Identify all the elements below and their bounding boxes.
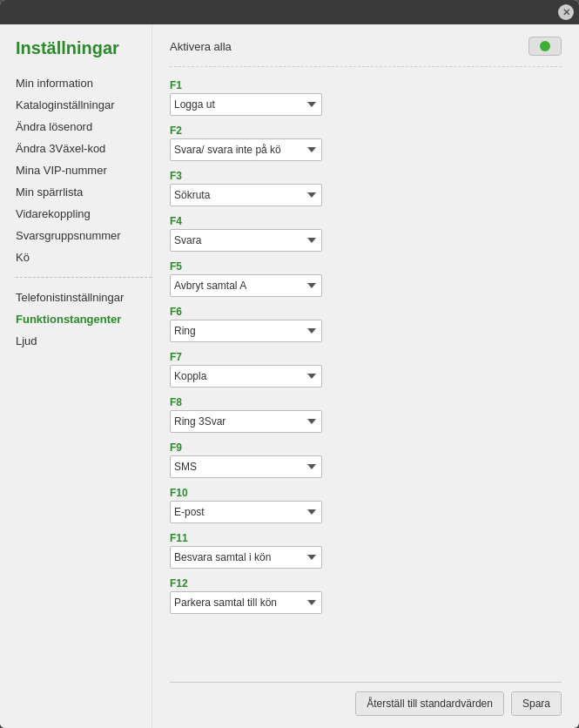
- toggle-indicator: [540, 41, 550, 51]
- footer-row: Återställ till standardvärden Spara: [170, 682, 562, 716]
- sidebar-item-vip[interactable]: Mina VIP-nummer: [16, 159, 151, 181]
- title-bar: ✕: [0, 0, 579, 24]
- fn-group-f8: F8 Ring 3Svar: [170, 396, 562, 433]
- sidebar: Inställningar Min information Katalogins…: [0, 24, 152, 728]
- fn-label-f4: F4: [170, 215, 562, 227]
- sidebar-item-loesenord[interactable]: Ändra lösenord: [16, 116, 151, 138]
- fn-select-f1[interactable]: Logga ut: [170, 93, 322, 116]
- fn-label-f6: F6: [170, 306, 562, 318]
- fn-group-f11: F11 Besvara samtal i kön: [170, 532, 562, 569]
- fn-group-f2: F2 Svara/ svara inte på kö: [170, 125, 562, 161]
- fn-select-f12[interactable]: Parkera samtal till kön: [170, 591, 322, 614]
- save-button[interactable]: Spara: [511, 691, 562, 716]
- fn-label-f9: F9: [170, 442, 562, 454]
- fn-select-f8[interactable]: Ring 3Svar: [170, 410, 322, 433]
- fn-group-f5: F5 Avbryt samtal A: [170, 260, 562, 297]
- activate-all-toggle[interactable]: [529, 37, 562, 56]
- fn-group-f12: F12 Parkera samtal till kön: [170, 577, 562, 614]
- fn-label-f2: F2: [170, 125, 562, 137]
- activate-all-row: Aktivera alla: [170, 37, 562, 67]
- fn-select-f5[interactable]: Avbryt samtal A: [170, 274, 322, 297]
- fn-label-f11: F11: [170, 532, 562, 544]
- main-content: Aktivera alla F1 Logga ut F2 Svara/ svar…: [152, 24, 579, 728]
- fn-label-f8: F8: [170, 396, 562, 408]
- fn-group-f10: F10 E-post: [170, 487, 562, 523]
- sidebar-item-ko[interactable]: Kö: [16, 246, 151, 268]
- fn-group-f7: F7 Koppla: [170, 351, 562, 388]
- sidebar-title: Inställningar: [16, 38, 151, 58]
- fn-group-f3: F3 Sökruta: [170, 170, 562, 206]
- fn-select-f6[interactable]: Ring: [170, 320, 322, 342]
- close-button[interactable]: ✕: [558, 4, 574, 20]
- fn-label-f10: F10: [170, 487, 562, 499]
- sidebar-item-sparrlista[interactable]: Min spärrlista: [16, 181, 151, 203]
- fn-select-f3[interactable]: Sökruta: [170, 184, 322, 206]
- fn-group-f1: F1 Logga ut: [170, 79, 562, 116]
- sidebar-item-3vaxel[interactable]: Ändra 3Växel-kod: [16, 138, 151, 159]
- settings-dialog: ✕ Inställningar Min information Katalogi…: [0, 0, 579, 728]
- dialog-content: Inställningar Min information Katalogins…: [0, 24, 579, 728]
- sidebar-item-katalog[interactable]: Kataloginställningar: [16, 94, 151, 116]
- activate-all-label: Aktivera alla: [170, 40, 232, 53]
- sidebar-item-ljud[interactable]: Ljud: [16, 330, 151, 352]
- sidebar-item-svarsgrupp[interactable]: Svarsgruppsnummer: [16, 225, 151, 246]
- fn-label-f1: F1: [170, 79, 562, 91]
- fn-select-f9[interactable]: SMS: [170, 455, 322, 478]
- sidebar-item-min-information[interactable]: Min information: [16, 72, 151, 94]
- fn-select-f10[interactable]: E-post: [170, 501, 322, 523]
- fn-group-f9: F9 SMS: [170, 442, 562, 478]
- sidebar-item-vidarekoppling[interactable]: Vidarekoppling: [16, 203, 151, 225]
- fn-select-f2[interactable]: Svara/ svara inte på kö: [170, 138, 322, 161]
- fn-select-f11[interactable]: Besvara samtal i kön: [170, 546, 322, 569]
- fn-label-f7: F7: [170, 351, 562, 363]
- sidebar-divider-1: [16, 277, 151, 278]
- fn-group-f6: F6 Ring: [170, 306, 562, 342]
- fn-select-f7[interactable]: Koppla: [170, 365, 322, 388]
- reset-button[interactable]: Återställ till standardvärden: [355, 691, 504, 716]
- sidebar-item-funktionstangenter[interactable]: Funktionstangenter: [16, 308, 151, 330]
- fn-label-f3: F3: [170, 170, 562, 182]
- sidebar-item-telefonist[interactable]: Telefonistinställningar: [16, 286, 151, 308]
- fn-select-f4[interactable]: Svara: [170, 229, 322, 252]
- fn-label-f5: F5: [170, 260, 562, 273]
- fn-label-f12: F12: [170, 577, 562, 590]
- fn-group-f4: F4 Svara: [170, 215, 562, 252]
